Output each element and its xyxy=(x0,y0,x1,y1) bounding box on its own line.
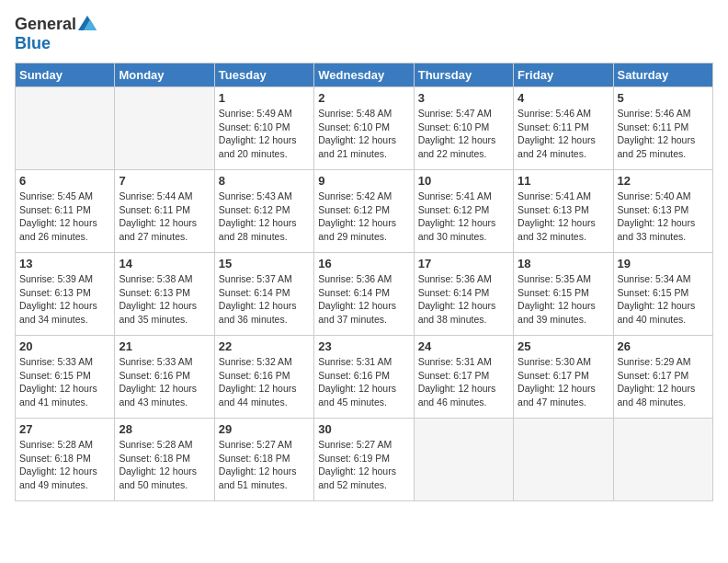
day-detail: Sunrise: 5:28 AMSunset: 6:18 PMDaylight:… xyxy=(119,438,210,492)
day-number: 15 xyxy=(219,257,310,270)
day-number: 13 xyxy=(19,257,110,270)
day-detail: Sunrise: 5:43 AMSunset: 6:12 PMDaylight:… xyxy=(219,190,310,244)
calendar-cell: 18Sunrise: 5:35 AMSunset: 6:15 PMDayligh… xyxy=(514,253,613,336)
day-number: 21 xyxy=(119,339,210,353)
day-detail: Sunrise: 5:47 AMSunset: 6:10 PMDaylight:… xyxy=(418,107,509,161)
calendar-cell: 14Sunrise: 5:38 AMSunset: 6:13 PMDayligh… xyxy=(115,253,214,336)
day-number: 27 xyxy=(19,422,110,436)
day-number: 10 xyxy=(418,174,509,188)
calendar-cell: 4Sunrise: 5:46 AMSunset: 6:11 PMDaylight… xyxy=(514,87,613,170)
day-detail: Sunrise: 5:31 AMSunset: 6:16 PMDaylight:… xyxy=(318,355,409,409)
day-number: 3 xyxy=(418,91,509,105)
day-number: 1 xyxy=(219,91,310,105)
calendar-cell: 22Sunrise: 5:32 AMSunset: 6:16 PMDayligh… xyxy=(214,336,313,419)
calendar-table: SundayMondayTuesdayWednesdayThursdayFrid… xyxy=(15,63,713,501)
day-number: 29 xyxy=(219,422,310,436)
day-detail: Sunrise: 5:39 AMSunset: 6:13 PMDaylight:… xyxy=(19,272,110,327)
calendar-cell xyxy=(414,419,513,501)
calendar-cell: 12Sunrise: 5:40 AMSunset: 6:13 PMDayligh… xyxy=(613,170,712,253)
day-detail: Sunrise: 5:33 AMSunset: 6:15 PMDaylight:… xyxy=(19,355,110,409)
day-number: 8 xyxy=(219,174,310,188)
column-header-wednesday: Wednesday xyxy=(314,63,414,87)
day-detail: Sunrise: 5:34 AMSunset: 6:15 PMDaylight:… xyxy=(618,272,709,327)
page-header: General Blue xyxy=(15,15,713,53)
calendar-cell: 29Sunrise: 5:27 AMSunset: 6:18 PMDayligh… xyxy=(214,419,313,501)
calendar-cell: 1Sunrise: 5:49 AMSunset: 6:10 PMDaylight… xyxy=(214,87,313,170)
calendar-cell xyxy=(115,87,214,170)
day-detail: Sunrise: 5:27 AMSunset: 6:18 PMDaylight:… xyxy=(219,438,310,492)
calendar-body: 1Sunrise: 5:49 AMSunset: 6:10 PMDaylight… xyxy=(16,87,713,501)
calendar-cell: 9Sunrise: 5:42 AMSunset: 6:12 PMDaylight… xyxy=(314,170,414,253)
column-header-monday: Monday xyxy=(115,63,214,87)
day-detail: Sunrise: 5:38 AMSunset: 6:13 PMDaylight:… xyxy=(119,272,210,327)
day-detail: Sunrise: 5:27 AMSunset: 6:19 PMDaylight:… xyxy=(318,438,409,492)
day-number: 26 xyxy=(618,339,709,353)
day-detail: Sunrise: 5:31 AMSunset: 6:17 PMDaylight:… xyxy=(418,355,509,409)
day-number: 19 xyxy=(618,257,709,270)
day-detail: Sunrise: 5:36 AMSunset: 6:14 PMDaylight:… xyxy=(318,272,409,327)
day-number: 14 xyxy=(119,257,210,270)
day-detail: Sunrise: 5:46 AMSunset: 6:11 PMDaylight:… xyxy=(618,107,709,161)
calendar-cell: 28Sunrise: 5:28 AMSunset: 6:18 PMDayligh… xyxy=(115,419,214,501)
day-number: 5 xyxy=(618,91,709,105)
day-detail: Sunrise: 5:32 AMSunset: 6:16 PMDaylight:… xyxy=(219,355,310,409)
day-detail: Sunrise: 5:29 AMSunset: 6:17 PMDaylight:… xyxy=(618,355,709,409)
column-header-saturday: Saturday xyxy=(613,63,712,87)
day-number: 4 xyxy=(518,91,609,105)
calendar-header-row: SundayMondayTuesdayWednesdayThursdayFrid… xyxy=(16,63,713,87)
calendar-cell: 3Sunrise: 5:47 AMSunset: 6:10 PMDaylight… xyxy=(414,87,513,170)
column-header-tuesday: Tuesday xyxy=(214,63,313,87)
calendar-cell: 25Sunrise: 5:30 AMSunset: 6:17 PMDayligh… xyxy=(514,336,613,419)
calendar-cell: 30Sunrise: 5:27 AMSunset: 6:19 PMDayligh… xyxy=(314,419,414,501)
day-detail: Sunrise: 5:44 AMSunset: 6:11 PMDaylight:… xyxy=(119,190,210,244)
day-number: 28 xyxy=(119,422,210,436)
logo-icon xyxy=(78,16,97,30)
calendar-cell: 8Sunrise: 5:43 AMSunset: 6:12 PMDaylight… xyxy=(214,170,313,253)
day-number: 22 xyxy=(219,339,310,353)
day-detail: Sunrise: 5:40 AMSunset: 6:13 PMDaylight:… xyxy=(618,190,709,244)
day-detail: Sunrise: 5:36 AMSunset: 6:14 PMDaylight:… xyxy=(418,272,509,327)
column-header-thursday: Thursday xyxy=(414,63,513,87)
day-detail: Sunrise: 5:41 AMSunset: 6:13 PMDaylight:… xyxy=(518,190,609,244)
day-detail: Sunrise: 5:28 AMSunset: 6:18 PMDaylight:… xyxy=(19,438,110,492)
week-row-2: 6Sunrise: 5:45 AMSunset: 6:11 PMDaylight… xyxy=(16,170,713,253)
week-row-1: 1Sunrise: 5:49 AMSunset: 6:10 PMDaylight… xyxy=(16,87,713,170)
day-number: 18 xyxy=(518,257,609,270)
column-header-friday: Friday xyxy=(514,63,613,87)
calendar-cell xyxy=(514,419,613,501)
calendar-cell: 19Sunrise: 5:34 AMSunset: 6:15 PMDayligh… xyxy=(613,253,712,336)
day-number: 25 xyxy=(518,339,609,353)
week-row-3: 13Sunrise: 5:39 AMSunset: 6:13 PMDayligh… xyxy=(16,253,713,336)
day-detail: Sunrise: 5:42 AMSunset: 6:12 PMDaylight:… xyxy=(318,190,409,244)
calendar-cell: 7Sunrise: 5:44 AMSunset: 6:11 PMDaylight… xyxy=(115,170,214,253)
day-detail: Sunrise: 5:45 AMSunset: 6:11 PMDaylight:… xyxy=(19,190,110,244)
day-detail: Sunrise: 5:35 AMSunset: 6:15 PMDaylight:… xyxy=(518,272,609,327)
calendar-cell: 21Sunrise: 5:33 AMSunset: 6:16 PMDayligh… xyxy=(115,336,214,419)
calendar-cell: 11Sunrise: 5:41 AMSunset: 6:13 PMDayligh… xyxy=(514,170,613,253)
calendar-cell: 17Sunrise: 5:36 AMSunset: 6:14 PMDayligh… xyxy=(414,253,513,336)
day-number: 17 xyxy=(418,257,509,270)
calendar-cell: 13Sunrise: 5:39 AMSunset: 6:13 PMDayligh… xyxy=(16,253,115,336)
calendar-cell: 10Sunrise: 5:41 AMSunset: 6:12 PMDayligh… xyxy=(414,170,513,253)
logo-general-text: General xyxy=(15,15,76,34)
day-number: 9 xyxy=(318,174,409,188)
day-detail: Sunrise: 5:41 AMSunset: 6:12 PMDaylight:… xyxy=(418,190,509,244)
day-number: 7 xyxy=(119,174,210,188)
day-number: 16 xyxy=(318,257,409,270)
calendar-cell: 20Sunrise: 5:33 AMSunset: 6:15 PMDayligh… xyxy=(16,336,115,419)
day-number: 24 xyxy=(418,339,509,353)
calendar-cell: 16Sunrise: 5:36 AMSunset: 6:14 PMDayligh… xyxy=(314,253,414,336)
logo-blue-text: Blue xyxy=(15,34,51,53)
calendar-cell: 26Sunrise: 5:29 AMSunset: 6:17 PMDayligh… xyxy=(613,336,712,419)
day-detail: Sunrise: 5:49 AMSunset: 6:10 PMDaylight:… xyxy=(219,107,310,161)
calendar-cell: 6Sunrise: 5:45 AMSunset: 6:11 PMDaylight… xyxy=(16,170,115,253)
day-detail: Sunrise: 5:37 AMSunset: 6:14 PMDaylight:… xyxy=(219,272,310,327)
day-number: 6 xyxy=(19,174,110,188)
day-detail: Sunrise: 5:48 AMSunset: 6:10 PMDaylight:… xyxy=(318,107,409,161)
calendar-cell: 27Sunrise: 5:28 AMSunset: 6:18 PMDayligh… xyxy=(16,419,115,501)
column-header-sunday: Sunday xyxy=(16,63,115,87)
day-number: 30 xyxy=(318,422,409,436)
day-number: 2 xyxy=(318,91,409,105)
calendar-cell xyxy=(16,87,115,170)
week-row-4: 20Sunrise: 5:33 AMSunset: 6:15 PMDayligh… xyxy=(16,336,713,419)
